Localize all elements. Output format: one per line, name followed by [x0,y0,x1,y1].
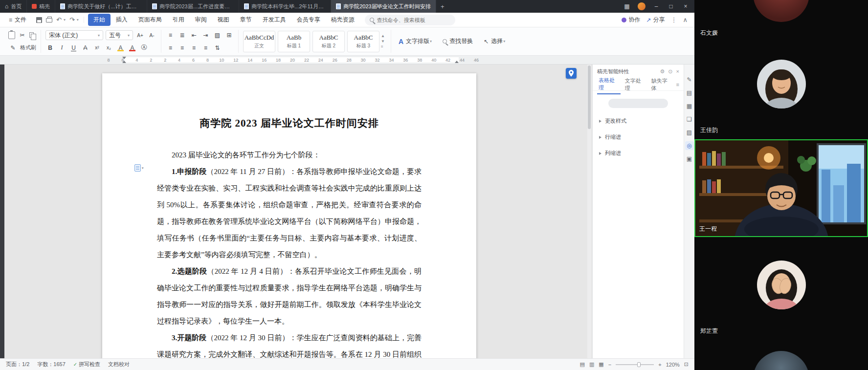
file-menu-button[interactable]: ≡ 文件 [4,14,31,25]
shading-icon[interactable]: ▨ [213,30,222,40]
view-mode-2-icon[interactable]: ▥ [589,361,594,368]
user-avatar[interactable] [638,2,645,10]
underline-button[interactable]: U [69,43,78,52]
panel-menu-icon[interactable]: ≡ [676,82,679,87]
smart-tag-button[interactable]: ▾ [134,164,144,172]
align-center-icon[interactable]: ≡ [178,43,187,52]
panel-tab-fonts[interactable]: 缺失字体 [650,75,673,94]
more-icon[interactable]: ⋮ [670,17,677,23]
menu-item[interactable]: 插入 [111,14,133,26]
vertical-scrollbar[interactable] [587,65,591,358]
pen-icon[interactable]: ✎ [685,75,694,84]
panel-section-row[interactable]: 更改样式 [593,113,684,129]
search-input[interactable] [377,17,450,23]
first-line-indent-marker[interactable] [122,57,126,59]
collaborate-button[interactable]: 协作 [622,16,640,24]
gear-icon[interactable]: ⚙ [660,68,665,75]
panel-tab-table[interactable]: 表格处理 [597,75,621,94]
active-speaker-video[interactable]: 王一程 [694,139,868,237]
font-size-combo[interactable]: 五号 ▾ [106,30,133,40]
character-border-button[interactable]: Ⓐ [139,43,149,52]
participant-5-avatar[interactable] [753,351,809,370]
style-card[interactable]: AaBb 标题 1 [278,31,310,52]
align-left-icon[interactable]: ≡ [166,43,175,52]
zoom-slider[interactable] [616,364,654,365]
document-canvas[interactable]: 商学院 2023 届毕业论文工作时间安排 2023 届毕业论文的各环节工作分为七… [4,65,592,358]
menu-item[interactable]: 页面布局 [133,14,167,26]
zoom-out-button[interactable]: − [608,362,611,368]
undo-icon[interactable]: ↶ [56,17,62,23]
menu-item[interactable]: 章节 [235,14,257,26]
style-card[interactable]: AaBbC 标题 2 [312,31,345,52]
tab-app[interactable]: 稿壳 [27,0,55,13]
tab-home[interactable]: ⌂ 首页 [0,0,27,13]
style-card[interactable]: AaBbCcDd 正文 [243,31,275,52]
increase-indent-icon[interactable]: ⇥ [201,30,210,40]
borders-icon[interactable]: ⊞ [224,30,234,40]
doc-tab-1[interactable]: 商学院关于做好（...计）工作的通知 [55,0,147,13]
gallery-more-icon[interactable]: ≡ [381,44,385,49]
select-button[interactable]: ↖ 选择 ▾ [481,37,508,45]
apps-grid-icon[interactable]: ▦ [620,0,634,13]
command-search[interactable] [365,15,455,25]
navigation-icon[interactable]: ◎ [685,141,694,150]
redo-dropdown-icon[interactable]: ▾ [77,18,79,22]
menu-item[interactable]: 开发工具 [257,14,291,26]
font-color-button[interactable]: A [128,43,137,52]
bold-button[interactable]: B [45,43,55,52]
panel-tab-text[interactable]: 文字处理 [623,75,647,94]
menu-item-home[interactable]: 开始 [88,14,111,26]
menu-item[interactable]: 审阅 [190,14,212,26]
menu-item[interactable]: 引用 [167,14,190,26]
undo-dropdown-icon[interactable]: ▾ [64,18,66,22]
zoom-in-button[interactable]: + [658,362,661,368]
gallery-up-icon[interactable]: ▲ [381,34,385,38]
share-button[interactable]: ↗ 分享 [646,16,665,24]
shading-tool-icon[interactable]: ▨ [685,128,694,137]
print-icon[interactable] [46,18,52,22]
subscript-button[interactable]: x₂ [104,43,113,52]
style-card[interactable]: AaBbC 标题 3 [347,31,379,52]
collapse-ribbon-icon[interactable]: ∧ [683,17,688,23]
minimize-button[interactable]: – [649,0,663,13]
doc-tab-3[interactable]: 商学院本科学生毕...2年11月修订） [239,0,331,13]
note-icon[interactable]: ❏ [685,115,694,124]
zoom-level[interactable]: 120% [666,362,680,368]
save-icon[interactable] [36,17,42,23]
doc-tab-4-active[interactable]: 商学院2023届毕业论文工作时间安排 [331,0,436,13]
format-painter-icon[interactable]: ✎ [8,43,18,52]
document-proof[interactable]: 文档校对 [108,361,130,368]
paste-icon[interactable] [8,31,15,39]
line-spacing-icon[interactable]: ⇅ [213,43,222,52]
pin-panel-icon[interactable]: ⊙ [668,68,672,75]
redo-icon[interactable]: ↷ [69,17,75,23]
grid-icon[interactable]: ▦ [685,102,694,110]
document-page[interactable]: 商学院 2023 届毕业论文工作时间安排 2023 届毕业论文的各环节工作分为七… [102,73,476,358]
participant-4-avatar[interactable] [757,261,806,309]
fit-page-icon[interactable]: ⊡ [684,361,689,368]
numbering-icon[interactable]: ≣ [178,30,187,40]
zoom-slider-thumb[interactable] [637,362,641,367]
justify-icon[interactable]: ≡ [201,43,210,52]
find-replace-button[interactable]: 查找替换 [440,37,476,45]
gallery-down-icon[interactable]: ▼ [381,39,385,44]
decrease-indent-icon[interactable]: ⇤ [189,30,199,40]
doc-tab-2[interactable]: 商学院2023届...工作进度要求表 [147,0,239,13]
align-right-icon[interactable]: ≡ [189,43,199,52]
view-mode-1-icon[interactable]: ▤ [580,361,585,368]
text-layout-button[interactable]: A 文字排版 ▾ [396,37,435,45]
panel-section-row[interactable]: 行缩进 [593,129,684,145]
word-count[interactable]: 字数：1657 [37,361,65,368]
participant-1-avatar[interactable] [753,0,809,22]
shrink-font-button[interactable]: A- [147,31,156,40]
new-tab-button[interactable]: + [436,0,449,13]
close-button[interactable]: × [679,0,692,13]
maximize-button[interactable]: □ [664,0,678,13]
location-pin-button[interactable] [566,68,577,79]
right-indent-marker[interactable] [455,61,459,63]
superscript-button[interactable]: x² [92,43,102,52]
menu-item[interactable]: 视图 [212,14,235,26]
highlight-color-button[interactable]: A [116,43,125,52]
panel-close-icon[interactable]: × [676,68,679,75]
scrollbar-thumb[interactable] [588,65,591,129]
